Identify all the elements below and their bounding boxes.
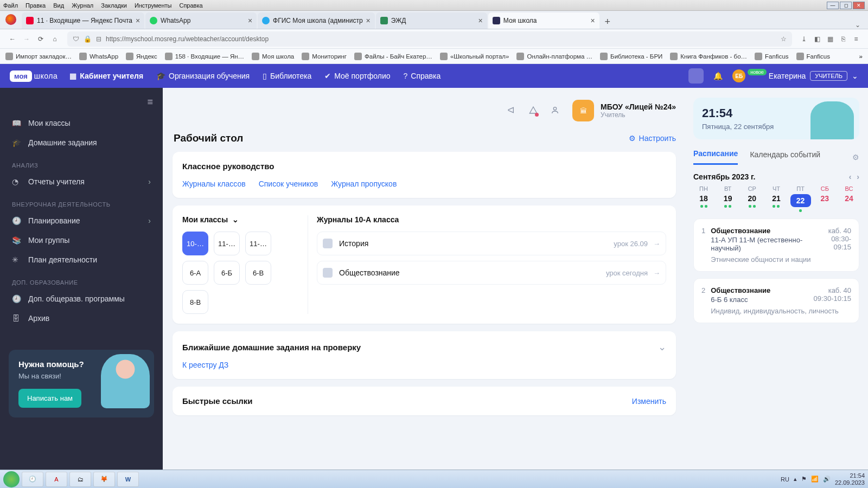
tabs-overflow-button[interactable]: ⌄ [855, 21, 865, 29]
chat-widget-icon[interactable] [688, 68, 704, 84]
class-chip[interactable]: 6-Б [214, 261, 240, 285]
reload-button[interactable]: ⟳ [34, 32, 48, 46]
tab-schedule[interactable]: Расписание [693, 149, 738, 165]
taskbar-pdf[interactable]: A [46, 472, 67, 487]
calendar-day[interactable]: ПН18 [693, 185, 714, 212]
bookmark-item[interactable]: Fanficus [755, 53, 788, 60]
sidebar-item[interactable]: ◔Отчеты учителя› [0, 172, 163, 191]
tray-network-icon[interactable]: 📶 [811, 476, 819, 483]
class-chip[interactable]: 11-… [245, 232, 271, 255]
taskbar-clock-app[interactable]: 🕘 [22, 472, 43, 487]
class-chip[interactable]: 11-… [214, 232, 240, 255]
menu-history[interactable]: Журнал [72, 2, 93, 9]
calendar-day[interactable]: ЧТ21 [766, 185, 787, 212]
quicklinks-edit-button[interactable]: Изменить [632, 397, 666, 406]
browser-tab[interactable]: WhatsApp× [145, 12, 257, 29]
account-icon[interactable]: ◧ [810, 35, 824, 43]
help-write-button[interactable]: Написать нам [18, 389, 81, 408]
class-chip[interactable]: 10-… [182, 232, 208, 255]
os-maximize-button[interactable]: ◻ [840, 2, 852, 9]
bookmark-star-icon[interactable]: ☆ [781, 35, 787, 43]
tray-sound-icon[interactable]: 🔊 [823, 476, 831, 483]
tray-chevron-icon[interactable]: ▴ [794, 476, 797, 483]
sidebar-item[interactable]: ✳План деятельности [0, 250, 163, 269]
link-students[interactable]: Список учеников [259, 179, 318, 188]
menu-view[interactable]: Вид [53, 2, 64, 9]
forward-button[interactable]: → [20, 32, 34, 46]
journal-row[interactable]: Обществознаниеурок сегодня→ [317, 261, 666, 285]
menu-help[interactable]: Справка [179, 2, 202, 9]
sidebar-item[interactable]: 📚Мои группы [0, 230, 163, 250]
sidebar-item[interactable]: 📖Мои классы [0, 113, 163, 133]
menu-bookmarks[interactable]: Закладки [101, 2, 127, 9]
extensions-icon[interactable]: ▦ [824, 35, 837, 43]
sidebar-item[interactable]: 🎓Домашние задания [0, 133, 163, 152]
prev-week-button[interactable]: ‹ [849, 172, 852, 181]
nav-org[interactable]: 🎓Организация обучения [156, 72, 250, 80]
bookmark-item[interactable]: WhatsApp [79, 53, 118, 60]
brand[interactable]: моя школа [10, 70, 58, 82]
tab-close-icon[interactable]: × [248, 16, 252, 25]
browser-tab[interactable]: ФГИС Моя школа (администр× [258, 12, 375, 29]
tray-lang[interactable]: RU [781, 476, 789, 483]
tray-clock[interactable]: 21:54 22.09.2023 [835, 472, 865, 485]
bookmark-item[interactable]: Моя школа [252, 53, 294, 60]
class-chip[interactable]: 6-А [182, 261, 208, 285]
sidebar-item[interactable]: 🗄Архив [0, 309, 163, 328]
bookmark-item[interactable]: Онлайн-платформа … [516, 53, 592, 60]
tab-close-icon[interactable]: × [366, 16, 371, 25]
nav-library[interactable]: ▯Библиотека [263, 72, 311, 80]
sidebar-item[interactable]: 🕘Доп. общеразв. программы [0, 289, 163, 309]
menu-file[interactable]: Файл [3, 2, 18, 9]
calendar-day[interactable]: ПТ22 [790, 185, 811, 212]
browser-tab[interactable]: 11 · Входящие — Яндекс Почта× [22, 12, 144, 29]
configure-button[interactable]: ⚙Настроить [629, 134, 676, 143]
class-chip[interactable]: 8-В [182, 290, 208, 314]
bookmarks-overflow[interactable]: » [859, 53, 863, 60]
nav-cabinet[interactable]: ▦Кабинет учителя [69, 72, 143, 80]
browser-tab[interactable]: Моя школа× [488, 12, 599, 29]
taskbar-firefox[interactable]: 🦊 [93, 472, 115, 487]
bookmark-item[interactable]: Библиотека - БРИ [600, 53, 662, 60]
os-minimize-button[interactable]: — [827, 2, 839, 9]
bookmark-item[interactable]: Мониторинг [302, 53, 347, 60]
nav-portfolio[interactable]: ✔Моё портфолио [324, 72, 390, 80]
bookmark-item[interactable]: Книга Фанфиков - бо… [670, 53, 747, 60]
lesson-card[interactable]: 1Обществознаниекаб. 4011-А УП 11-М (есте… [693, 219, 859, 272]
aside-settings-icon[interactable]: ⚙ [852, 153, 859, 162]
browser-tab[interactable]: ЭЖД× [376, 12, 487, 29]
journal-row[interactable]: Историяурок 26.09→ [317, 232, 666, 255]
taskbar-word[interactable]: W [117, 472, 139, 487]
start-button[interactable] [3, 471, 20, 487]
class-chip[interactable]: 6-В [245, 261, 271, 285]
library-icon[interactable]: ⎘ [837, 35, 850, 43]
profile-icon[interactable] [551, 106, 559, 116]
calendar-day[interactable]: СБ23 [814, 185, 835, 212]
bookmark-item[interactable]: Файлы - Байч Екатер… [354, 53, 432, 60]
url-input[interactable]: 🛡 🔒 ⊟ https://myschool.mosreg.ru/webteac… [67, 31, 792, 47]
taskbar-explorer[interactable]: 🗂 [69, 472, 91, 487]
tab-close-icon[interactable]: × [136, 16, 140, 25]
expand-homework-button[interactable]: ⌄ [658, 341, 666, 353]
bookmark-item[interactable]: Fanficus [796, 53, 830, 60]
os-close-button[interactable]: ✕ [853, 2, 865, 9]
tab-close-icon[interactable]: × [591, 16, 595, 25]
tab-close-icon[interactable]: × [478, 16, 483, 25]
sidebar-item[interactable]: 🕘Планирование› [0, 211, 163, 230]
tray-flag-icon[interactable]: ⚑ [801, 476, 807, 483]
user-menu[interactable]: ЕБ новоеЕкатерина УЧИТЕЛЬ ⌄ [732, 69, 858, 82]
calendar-day[interactable]: СР20 [742, 185, 762, 212]
calendar-day[interactable]: ВТ19 [718, 185, 738, 212]
app-menu-icon[interactable]: ≡ [850, 35, 863, 43]
alert-icon[interactable] [529, 106, 538, 116]
link-journals[interactable]: Журналы классов [182, 179, 246, 188]
bookmark-item[interactable]: «Школьный портал» [440, 53, 509, 60]
back-button[interactable]: ← [5, 32, 20, 46]
bookmark-item[interactable]: Яндекс [126, 53, 157, 60]
home-button[interactable]: ⌂ [48, 32, 62, 46]
sidebar-toggle[interactable]: ≡ [0, 94, 163, 113]
my-classes-heading[interactable]: Мои классы⌄ [182, 215, 299, 224]
link-absences[interactable]: Журнал пропусков [331, 179, 397, 188]
bookmark-item[interactable]: 158 · Входящие — Ян… [165, 53, 244, 60]
nav-help[interactable]: ?Справка [404, 72, 441, 80]
